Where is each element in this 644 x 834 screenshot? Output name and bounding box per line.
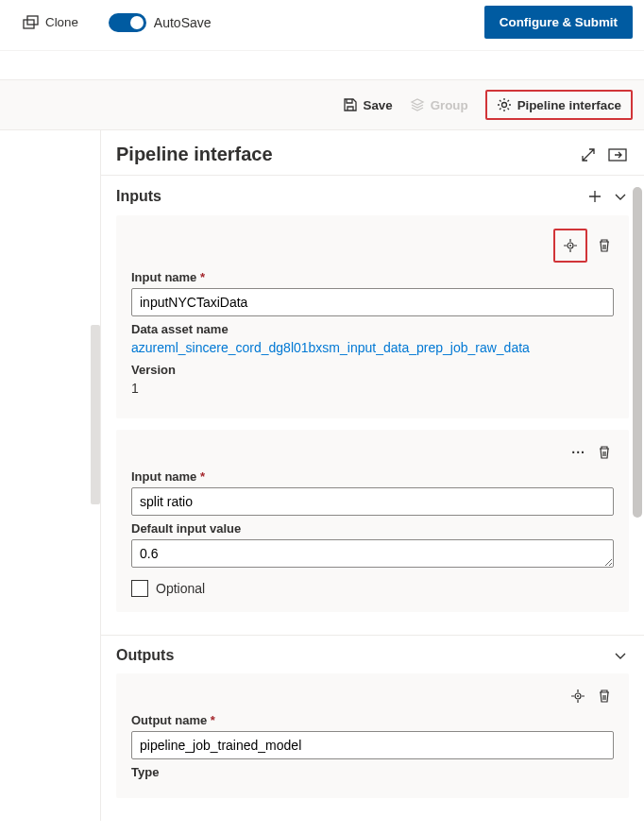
outputs-title: Outputs <box>116 647 612 664</box>
clone-label: Clone <box>45 15 78 29</box>
svg-point-5 <box>569 245 571 247</box>
collapse-outputs-button[interactable] <box>612 647 629 664</box>
version-label: Version <box>131 363 614 377</box>
inputs-section: Inputs <box>101 175 644 635</box>
save-label: Save <box>364 98 393 112</box>
panel-title: Pipeline interface <box>116 144 570 165</box>
collapse-inputs-button[interactable] <box>612 188 629 205</box>
configure-submit-button[interactable]: Configure & Submit <box>484 6 633 39</box>
default-value-label: Default input value <box>131 521 614 536</box>
top-bar: Clone AutoSave Configure & Submit <box>0 0 644 51</box>
panel-header: Pipeline interface <box>101 130 644 175</box>
pipeline-interface-label: Pipeline interface <box>517 98 621 112</box>
data-asset-link[interactable]: azureml_sincere_cord_dg8l01bxsm_input_da… <box>131 340 614 355</box>
clone-icon <box>23 15 40 30</box>
card-actions: ··· <box>131 443 614 462</box>
output-name-field[interactable] <box>131 731 614 759</box>
pipeline-interface-panel: Pipeline interface Inputs <box>100 130 644 821</box>
optional-row: Optional <box>131 580 614 597</box>
main: Pipeline interface Inputs <box>0 130 644 821</box>
autosave-toggle[interactable] <box>109 13 146 32</box>
locate-icon[interactable] <box>568 687 587 706</box>
input-name-field[interactable] <box>131 487 614 516</box>
group-button: Group <box>410 97 468 112</box>
input-name-label: Input name * <box>131 469 614 484</box>
toolbar: Save Group Pipeline interface <box>0 79 644 130</box>
card-actions <box>131 687 614 706</box>
optional-checkbox[interactable] <box>131 580 148 597</box>
left-gutter <box>0 130 100 821</box>
inputs-title: Inputs <box>116 188 585 205</box>
inputs-section-header: Inputs <box>116 187 629 206</box>
delete-icon[interactable] <box>595 687 614 706</box>
input-name-label: Input name * <box>131 270 614 284</box>
optional-label: Optional <box>156 581 205 596</box>
data-asset-label: Data asset name <box>131 322 614 336</box>
scrollbar[interactable] <box>633 187 642 518</box>
locate-highlight <box>553 229 587 263</box>
pipeline-interface-button[interactable]: Pipeline interface <box>485 90 633 120</box>
resize-handle[interactable] <box>91 325 100 504</box>
autosave-toggle-group: AutoSave <box>109 13 212 32</box>
more-icon[interactable]: ··· <box>569 443 587 462</box>
outputs-section: Outputs Output name * Ty <box>101 635 644 821</box>
svg-point-2 <box>501 103 506 108</box>
output-type-label: Type <box>131 765 614 779</box>
default-value-field[interactable]: 0.6 <box>131 539 614 568</box>
dock-icon[interactable] <box>606 145 629 164</box>
group-icon <box>410 97 425 112</box>
output-name-label: Output name * <box>131 713 614 727</box>
outputs-section-header: Outputs <box>116 647 629 664</box>
input-name-field[interactable] <box>131 288 614 316</box>
group-label: Group <box>431 98 468 112</box>
gear-icon <box>497 97 512 112</box>
add-input-button[interactable] <box>585 187 604 206</box>
card-actions <box>131 229 614 263</box>
autosave-label: AutoSave <box>154 15 212 30</box>
save-button[interactable]: Save <box>343 97 393 112</box>
expand-icon[interactable] <box>578 145 599 165</box>
locate-icon[interactable] <box>561 236 580 255</box>
delete-icon[interactable] <box>595 443 614 462</box>
delete-icon[interactable] <box>595 236 614 255</box>
save-icon <box>343 97 358 112</box>
version-value: 1 <box>131 381 614 396</box>
output-card: Output name * Type <box>116 673 629 798</box>
input-card: Input name * Data asset name azureml_sin… <box>116 215 629 418</box>
input-card: ··· Input name * Default input value 0.6… <box>116 430 629 612</box>
clone-button[interactable]: Clone <box>23 15 78 30</box>
svg-point-7 <box>577 695 579 697</box>
